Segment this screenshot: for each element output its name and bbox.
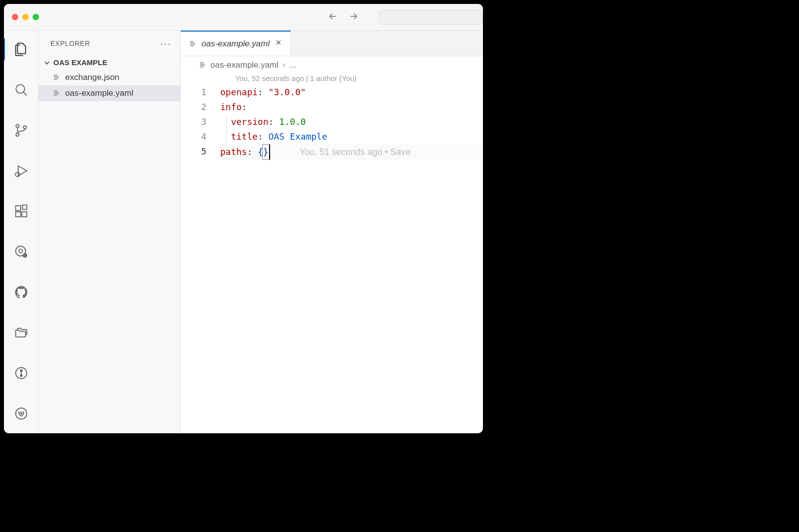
close-window-button[interactable]: [12, 14, 18, 20]
file-item-exchange[interactable]: exchange.json: [39, 70, 180, 85]
code-line-2[interactable]: 2 info:: [196, 100, 483, 114]
nav-back-icon[interactable]: [327, 11, 338, 24]
run-debug-activity[interactable]: [4, 158, 39, 184]
maximize-window-button[interactable]: [33, 14, 39, 20]
commit-graph-icon: [14, 366, 29, 380]
nav-arrows: [327, 11, 359, 24]
file-label: exchange.json: [65, 73, 120, 82]
code-line-5[interactable]: 5 paths: {}You, 51 seconds ago • Save: [196, 144, 483, 160]
svg-point-2: [16, 133, 19, 136]
svg-point-11: [23, 254, 27, 258]
search-icon: [14, 82, 29, 97]
file-icon: [52, 74, 60, 81]
tab-oas-example[interactable]: oas-example.yaml: [181, 31, 291, 56]
github-activity[interactable]: [4, 279, 39, 305]
branch-icon: [14, 123, 29, 138]
extensions-icon: [14, 204, 29, 219]
mulesoft-icon: [14, 406, 29, 421]
line-number: 3: [196, 114, 220, 129]
file-item-oas-example[interactable]: oas-example.yaml: [39, 85, 180, 101]
folder-root[interactable]: OAS EXAMPLE: [39, 56, 180, 69]
svg-rect-6: [15, 212, 20, 217]
mulesoft-activity[interactable]: [4, 401, 39, 426]
github-icon: [14, 285, 29, 300]
explorer-activity[interactable]: [4, 37, 39, 62]
file-label: oas-example.yaml: [65, 88, 133, 98]
breadcrumbs[interactable]: oas-example.yaml › ...: [181, 56, 483, 72]
sidebar-title: EXPLORER: [50, 39, 90, 47]
sidebar-more-icon[interactable]: ···: [160, 38, 171, 49]
search-activity[interactable]: [4, 77, 39, 103]
source-control-activity[interactable]: [4, 117, 39, 143]
file-tree: exchange.json oas-example.yaml: [39, 69, 180, 101]
commits-activity[interactable]: [4, 360, 39, 386]
svg-rect-5: [15, 206, 20, 211]
play-bug-icon: [14, 163, 29, 178]
files-icon: [14, 42, 29, 57]
editor-area: oas-example.yaml oas-example.yaml › ... …: [181, 31, 483, 433]
svg-point-14: [20, 375, 22, 377]
line-number: 2: [196, 100, 220, 114]
activity-bar: [4, 31, 39, 433]
minimize-window-button[interactable]: [22, 14, 29, 20]
line-number: 4: [196, 129, 220, 144]
file-icon: [189, 40, 197, 48]
svg-point-3: [23, 126, 26, 129]
svg-point-13: [20, 370, 22, 372]
nav-forward-icon[interactable]: [348, 11, 359, 24]
tab-label: oas-example.yaml: [201, 39, 270, 49]
code-editor[interactable]: You, 52 seconds ago | 1 author (You) 1 o…: [181, 72, 483, 433]
code-line-1[interactable]: 1 openapi: "3.0.0": [196, 85, 483, 100]
close-tab-button[interactable]: [275, 38, 282, 49]
svg-point-1: [16, 124, 19, 127]
file-icon: [52, 89, 60, 97]
folder-name: OAS EXAMPLE: [53, 58, 107, 67]
close-icon: [275, 38, 282, 46]
explorer-sidebar: EXPLORER ··· OAS EXAMPLE exchange.json: [39, 31, 181, 433]
code-line-3[interactable]: 3 version: 1.0.0: [196, 114, 483, 129]
svg-point-0: [16, 84, 25, 93]
breadcrumb-file[interactable]: oas-example.yaml: [210, 60, 279, 70]
folders-icon: [14, 325, 29, 340]
line-number: 5: [196, 144, 220, 160]
svg-point-4: [15, 172, 20, 177]
svg-point-10: [19, 249, 23, 253]
command-center-input[interactable]: [379, 10, 483, 25]
git-blame-inline: You, 51 seconds ago • Save: [270, 147, 411, 157]
chevron-right-icon: ›: [282, 60, 285, 70]
code-line-4[interactable]: 4 title: OAS Example: [196, 129, 483, 144]
cursor: }: [262, 144, 270, 160]
sidebar-header: EXPLORER ···: [39, 31, 180, 56]
svg-rect-7: [22, 212, 27, 217]
tab-bar: oas-example.yaml: [181, 31, 483, 56]
chevron-down-icon: [43, 59, 50, 66]
gitlens-activity[interactable]: [4, 239, 39, 265]
svg-rect-8: [22, 205, 27, 210]
gitlens-icon: [14, 244, 29, 259]
breadcrumb-rest[interactable]: ...: [289, 60, 296, 70]
extensions-activity[interactable]: [4, 198, 39, 224]
file-icon: [199, 61, 206, 69]
titlebar[interactable]: [4, 4, 483, 31]
folders-activity[interactable]: [4, 320, 39, 345]
git-blame-header: You, 52 seconds ago | 1 author (You): [196, 72, 483, 85]
app-window: EXPLORER ··· OAS EXAMPLE exchange.json: [4, 4, 483, 433]
line-number: 1: [196, 85, 220, 100]
window-controls: [12, 14, 39, 20]
